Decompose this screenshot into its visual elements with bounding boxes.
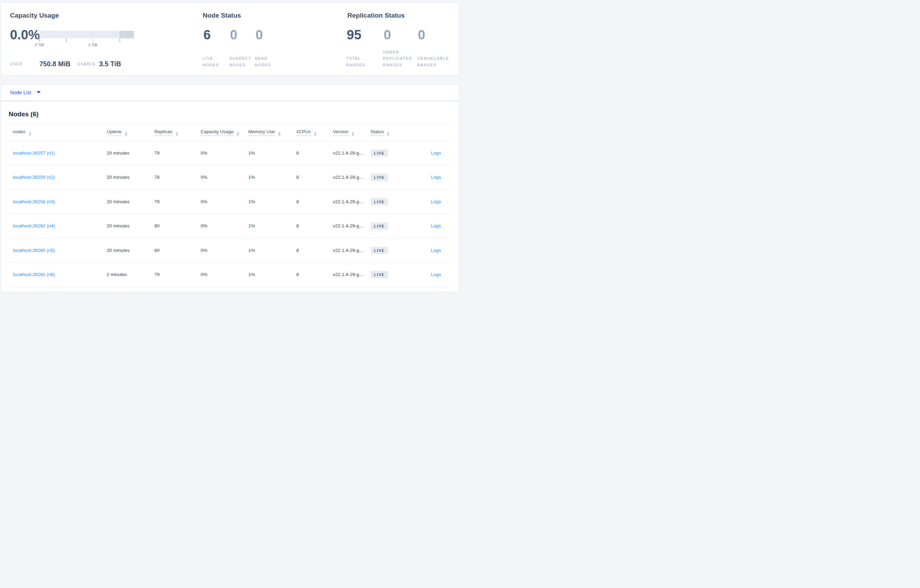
logs-link[interactable]: Logs: [431, 150, 441, 156]
table-row: localhost:26258 (n3) 20 minutes 79 0% 1%…: [9, 189, 451, 214]
replicas-cell: 80: [154, 214, 201, 238]
sort-icon[interactable]: [175, 132, 178, 136]
version-cell: v22.1.4-29-g…: [333, 141, 371, 165]
vcpus-cell: 8: [296, 165, 333, 190]
logs-link[interactable]: Logs: [431, 272, 441, 277]
memory-cell: 1%: [248, 238, 296, 263]
replicas-cell: 79: [154, 263, 201, 287]
node-link[interactable]: localhost:26258 (n3): [13, 199, 55, 204]
memory-cell: 1%: [248, 214, 296, 238]
node-link[interactable]: localhost:26259 (n2): [13, 174, 55, 180]
capacity-usage-bar: [39, 31, 134, 38]
capacity-used-percent: 0.0%: [10, 28, 40, 42]
memory-cell: 1%: [248, 141, 296, 165]
node-status-stats: 6 LIVE NODES 0 SUSPECT NODES 0 DEAD NODE…: [203, 28, 287, 68]
capacity-bar-segment: [120, 31, 134, 38]
sort-icon[interactable]: [236, 132, 239, 136]
sort-icon[interactable]: [278, 132, 281, 136]
sort-icon[interactable]: [29, 132, 31, 136]
column-header-capacity-usage[interactable]: Capacity Usage: [201, 124, 248, 141]
unavailable-ranges-stat: 0 UNAVAILABLE RANGES: [417, 28, 458, 68]
table-row: localhost:26257 (n1) 20 minutes 79 0% 1%…: [9, 141, 451, 165]
under-replicated-ranges-label: UNDER-REPLICATED RANGES: [383, 49, 413, 68]
suspect-nodes-stat: 0 SUSPECT NODES: [229, 28, 255, 68]
live-nodes-label: LIVE NODES: [203, 55, 225, 68]
capacity-cell: 0%: [201, 189, 248, 214]
total-ranges-stat: 95 TOTAL RANGES: [346, 28, 383, 68]
sort-icon[interactable]: [351, 132, 354, 136]
column-header-vcpus[interactable]: vCPUs: [296, 124, 333, 141]
nodes-table-card: Nodes (6) nodes Uptime Replicas Capacity…: [1, 102, 459, 292]
vcpus-cell: 8: [296, 263, 333, 287]
chevron-down-icon: [37, 91, 41, 94]
replicas-cell: 79: [154, 189, 201, 214]
memory-cell: 1%: [248, 189, 296, 214]
node-link[interactable]: localhost:26260 (n5): [13, 248, 55, 253]
node-link[interactable]: localhost:26257 (n1): [13, 150, 55, 156]
usable-label: USABLE: [77, 59, 96, 68]
status-badge: LIVE: [371, 198, 388, 206]
capacity-cell: 0%: [201, 165, 248, 190]
sort-icon[interactable]: [125, 132, 128, 136]
capacity-used-usable-row: USED 750.8 MiB USABLE 3.5 TiB: [1, 59, 194, 68]
usable-value: 3.5 TiB: [99, 59, 121, 68]
live-nodes-count: 6: [203, 28, 229, 42]
vcpus-cell: 8: [296, 214, 333, 238]
under-replicated-ranges-stat: 0 UNDER-REPLICATED RANGES: [383, 28, 417, 68]
status-badge: LIVE: [371, 174, 388, 181]
memory-cell: 1%: [248, 263, 296, 287]
table-row: localhost:26260 (n5) 20 minutes 80 0% 1%…: [9, 238, 451, 263]
vcpus-cell: 8: [296, 141, 333, 165]
vcpus-cell: 8: [296, 189, 333, 214]
unavailable-ranges-label: UNAVAILABLE RANGES: [417, 55, 447, 68]
total-ranges-count: 95: [346, 28, 383, 42]
column-header-replicas[interactable]: Replicas: [154, 124, 201, 141]
sort-icon[interactable]: [387, 132, 390, 136]
live-nodes-stat: 6 LIVE NODES: [203, 28, 229, 68]
nodes-table: nodes Uptime Replicas Capacity Usage Mem…: [9, 124, 451, 287]
node-link[interactable]: localhost:26262 (n4): [13, 223, 55, 228]
uptime-cell: 20 minutes: [107, 141, 154, 165]
capacity-cell: 0%: [201, 238, 248, 263]
column-header-status[interactable]: Status: [371, 124, 412, 141]
cluster-summary-card: Capacity Usage 0.0% 0 TiB 2 TiB USED 750…: [1, 2, 459, 75]
replication-status-stats: 95 TOTAL RANGES 0 UNDER-REPLICATED RANGE…: [346, 28, 458, 68]
total-ranges-label: TOTAL RANGES: [346, 55, 376, 68]
version-cell: v22.1.4-29-g…: [333, 238, 371, 263]
node-list-dropdown[interactable]: Node List: [1, 84, 459, 100]
table-row: localhost:26262 (n4) 20 minutes 80 0% 1%…: [9, 214, 451, 238]
replication-status-title: Replication Status: [347, 11, 405, 20]
logs-link[interactable]: Logs: [431, 199, 441, 204]
axis-label-0tib: 0 TiB: [35, 43, 44, 47]
used-label: USED: [10, 59, 23, 68]
sort-icon[interactable]: [314, 132, 317, 136]
column-header-version[interactable]: Version: [333, 124, 371, 141]
column-header-nodes[interactable]: nodes: [9, 124, 107, 141]
column-header-uptime[interactable]: Uptime: [107, 124, 154, 141]
node-status-title: Node Status: [203, 11, 241, 20]
version-cell: v22.1.4-29-g…: [333, 165, 371, 190]
uptime-cell: 20 minutes: [107, 165, 154, 190]
dead-nodes-stat: 0 DEAD NODES: [255, 28, 287, 68]
version-cell: v22.1.4-29-g…: [333, 214, 371, 238]
logs-link[interactable]: Logs: [431, 248, 441, 253]
capacity-axis-ticks: [39, 39, 134, 42]
uptime-cell: 20 minutes: [107, 238, 154, 263]
vcpus-cell: 8: [296, 238, 333, 263]
capacity-usage-title: Capacity Usage: [10, 11, 59, 20]
logs-link[interactable]: Logs: [431, 223, 441, 228]
node-list-dropdown-label[interactable]: Node List: [10, 90, 31, 95]
uptime-cell: 2 minutes: [107, 263, 154, 287]
table-row: localhost:26259 (n2) 20 minutes 78 0% 1%…: [9, 165, 451, 190]
replicas-cell: 79: [154, 141, 201, 165]
axis-label-2tib: 2 TiB: [88, 43, 97, 47]
status-badge: LIVE: [371, 149, 388, 157]
capacity-cell: 0%: [201, 141, 248, 165]
node-link[interactable]: localhost:26261 (n6): [13, 272, 55, 277]
column-header-memory-use[interactable]: Memory Use: [248, 124, 296, 141]
dead-nodes-count: 0: [255, 28, 287, 42]
under-replicated-ranges-count: 0: [383, 28, 417, 42]
capacity-axis-labels: 0 TiB 2 TiB: [39, 43, 134, 48]
logs-link[interactable]: Logs: [431, 174, 441, 180]
version-cell: v22.1.4-29-g…: [333, 189, 371, 214]
